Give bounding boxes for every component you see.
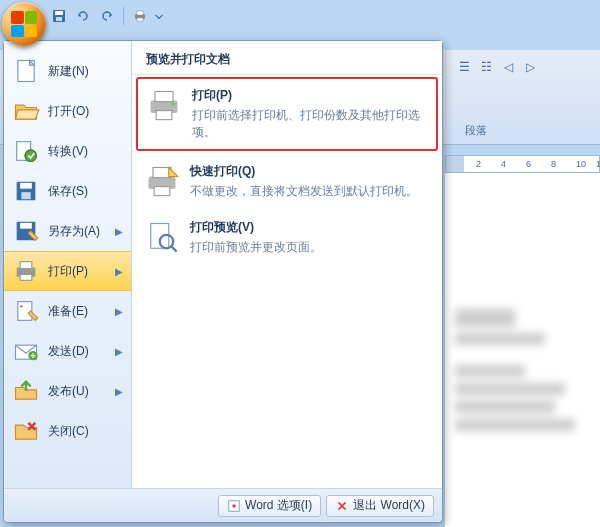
- chevron-right-icon: ▶: [115, 386, 123, 397]
- menu-label: 发布(U): [48, 383, 115, 400]
- menu-new[interactable]: 新建(N): [4, 51, 131, 91]
- menu-label: 转换(V): [48, 143, 123, 160]
- submenu-label: 打印预览(V): [190, 219, 430, 236]
- chevron-right-icon: ▶: [115, 266, 123, 277]
- submenu-desc: 不做更改，直接将文档发送到默认打印机。: [190, 183, 430, 200]
- bullet-list-button[interactable]: ☰: [455, 58, 473, 76]
- svg-rect-15: [20, 262, 32, 269]
- menu-label: 打印(P): [48, 263, 115, 280]
- exit-icon: [335, 499, 349, 513]
- svg-rect-18: [18, 302, 32, 321]
- qat-redo-button[interactable]: [96, 5, 118, 27]
- blurred-content: [455, 309, 590, 431]
- submenu-print-preview[interactable]: 打印预览(V) 打印前预览并更改页面。: [132, 209, 442, 266]
- exit-word-button[interactable]: 退出 Word(X): [326, 495, 434, 517]
- options-icon: [227, 499, 241, 513]
- quick-access-toolbar: [48, 5, 165, 27]
- close-icon: [12, 417, 40, 445]
- submenu-quick-print[interactable]: 快速打印(Q) 不做更改，直接将文档发送到默认打印机。: [132, 153, 442, 210]
- office-menu-footer: Word 选项(I) 退出 Word(X): [4, 488, 442, 522]
- menu-close[interactable]: 关闭(C): [4, 411, 131, 451]
- menu-print[interactable]: 打印(P) ▶: [4, 251, 131, 291]
- ruler-mark: 12: [596, 159, 600, 169]
- document-area[interactable]: [445, 173, 600, 527]
- menu-open[interactable]: 打开(O): [4, 91, 131, 131]
- submenu-title: 预览并打印文档: [132, 41, 442, 75]
- svg-rect-1: [55, 11, 63, 15]
- print-preview-icon: [144, 219, 180, 255]
- qat-save-button[interactable]: [48, 5, 70, 27]
- word-options-button[interactable]: Word 选项(I): [218, 495, 321, 517]
- horizontal-ruler[interactable]: 2 4 6 8 10 12: [445, 155, 600, 173]
- menu-label: 关闭(C): [48, 423, 123, 440]
- footer-btn-label: Word 选项(I): [245, 497, 312, 514]
- menu-save-as[interactable]: 另存为(A) ▶: [4, 211, 131, 251]
- svg-rect-28: [154, 186, 170, 195]
- svg-rect-24: [156, 111, 172, 120]
- svg-point-25: [171, 102, 174, 105]
- submenu-label: 打印(P): [192, 87, 428, 104]
- open-icon: [12, 97, 40, 125]
- qat-dropdown-button[interactable]: [153, 5, 165, 27]
- office-menu: 新建(N) 打开(O) 转换(V) 保存(S) 另存为(A) ▶ 打印(P: [3, 40, 443, 523]
- ruler-mark: 2: [476, 159, 481, 169]
- svg-rect-10: [20, 183, 32, 189]
- office-button[interactable]: [2, 2, 46, 46]
- svg-rect-2: [56, 17, 62, 21]
- menu-send[interactable]: 发送(D) ▶: [4, 331, 131, 371]
- chevron-right-icon: ▶: [115, 306, 123, 317]
- new-icon: [12, 57, 40, 85]
- number-list-button[interactable]: ☷: [477, 58, 495, 76]
- svg-point-8: [25, 150, 37, 162]
- submenu-print[interactable]: 打印(P) 打印前选择打印机、打印份数及其他打印选项。: [136, 77, 438, 151]
- save-as-icon: [12, 217, 40, 245]
- print-icon: [12, 257, 40, 285]
- svg-point-17: [31, 269, 33, 271]
- qat-print-button[interactable]: [129, 5, 151, 27]
- ruler-mark: 10: [576, 159, 586, 169]
- menu-label: 新建(N): [48, 63, 123, 80]
- convert-icon: [12, 137, 40, 165]
- chevron-right-icon: ▶: [115, 346, 123, 357]
- qat-undo-button[interactable]: [72, 5, 94, 27]
- quick-print-icon: [144, 163, 180, 199]
- office-menu-left: 新建(N) 打开(O) 转换(V) 保存(S) 另存为(A) ▶ 打印(P: [4, 41, 132, 488]
- prepare-icon: [12, 297, 40, 325]
- decrease-indent-button[interactable]: ◁: [499, 58, 517, 76]
- qat-separator: [123, 7, 124, 25]
- chevron-right-icon: ▶: [115, 226, 123, 237]
- submenu-label: 快速打印(Q): [190, 163, 430, 180]
- svg-rect-11: [21, 192, 30, 199]
- menu-publish[interactable]: 发布(U) ▶: [4, 371, 131, 411]
- svg-rect-16: [20, 275, 32, 281]
- svg-rect-23: [155, 92, 173, 102]
- menu-label: 准备(E): [48, 303, 115, 320]
- submenu-desc: 打印前选择打印机、打印份数及其他打印选项。: [192, 107, 428, 141]
- ruler-mark: 4: [501, 159, 506, 169]
- submenu-desc: 打印前预览并更改页面。: [190, 239, 430, 256]
- ruler-mark: 8: [551, 159, 556, 169]
- ruler-margin: [446, 156, 464, 172]
- publish-icon: [12, 377, 40, 405]
- ruler-mark: 6: [526, 159, 531, 169]
- menu-prepare[interactable]: 准备(E) ▶: [4, 291, 131, 331]
- svg-rect-4: [137, 11, 143, 15]
- send-icon: [12, 337, 40, 365]
- office-logo-icon: [11, 11, 37, 37]
- svg-point-32: [232, 504, 236, 508]
- svg-rect-13: [20, 223, 32, 229]
- menu-label: 打开(O): [48, 103, 123, 120]
- svg-rect-5: [137, 18, 143, 21]
- printer-icon: [146, 87, 182, 123]
- menu-label: 另存为(A): [48, 223, 115, 240]
- footer-btn-label: 退出 Word(X): [353, 497, 425, 514]
- ribbon-group-label: 段落: [465, 123, 487, 138]
- menu-save[interactable]: 保存(S): [4, 171, 131, 211]
- menu-label: 保存(S): [48, 183, 123, 200]
- menu-convert[interactable]: 转换(V): [4, 131, 131, 171]
- ribbon-group-paragraph: 段落: [450, 95, 502, 138]
- save-icon: [12, 177, 40, 205]
- menu-label: 发送(D): [48, 343, 115, 360]
- office-submenu: 预览并打印文档 打印(P) 打印前选择打印机、打印份数及其他打印选项。 快速打印…: [132, 41, 442, 488]
- increase-indent-button[interactable]: ▷: [521, 58, 539, 76]
